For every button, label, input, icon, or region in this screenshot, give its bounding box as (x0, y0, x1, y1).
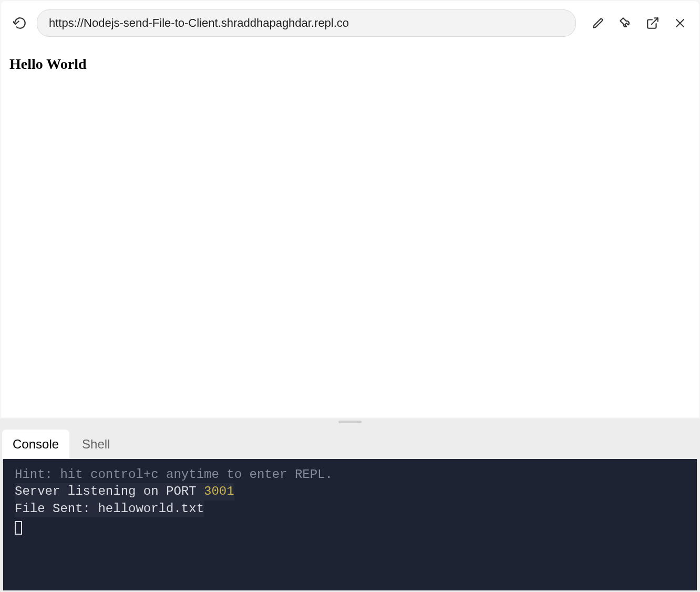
resize-grip-icon (338, 421, 362, 423)
close-icon (674, 17, 686, 29)
page-body-text: Hello World (9, 56, 691, 73)
tab-console[interactable]: Console (2, 430, 69, 459)
reload-button[interactable] (12, 15, 28, 32)
external-link-icon (646, 16, 660, 30)
console-hint-line: Hint: hit control+c anytime to enter REP… (15, 466, 685, 483)
reload-icon (13, 16, 27, 30)
toolbar-right-icons (590, 15, 688, 32)
console-cursor-line (15, 517, 685, 534)
close-button[interactable] (672, 15, 688, 32)
edit-button[interactable] (590, 15, 606, 32)
svg-line-0 (652, 18, 658, 24)
browser-toolbar (1, 1, 699, 45)
browser-panel: Hello World (1, 1, 699, 417)
bottom-tabs: Console Shell (0, 425, 700, 459)
bottom-panel: Console Shell Hint: hit control+c anytim… (0, 425, 700, 592)
console-line: Server listening on PORT 3001 (15, 483, 685, 500)
console-text: File Sent: helloworld.txt (15, 501, 204, 517)
tools-button[interactable] (617, 15, 634, 32)
pencil-icon (591, 16, 605, 30)
console-line: File Sent: helloworld.txt (15, 501, 685, 517)
url-input[interactable] (37, 9, 576, 37)
cursor-icon (15, 521, 22, 535)
tab-shell[interactable]: Shell (71, 430, 120, 459)
wrench-icon (619, 16, 632, 30)
console-port-number: 3001 (204, 484, 234, 498)
panel-resize-handle[interactable] (0, 419, 700, 425)
console-output[interactable]: Hint: hit control+c anytime to enter REP… (3, 459, 697, 590)
page-content-area: Hello World (1, 45, 699, 417)
open-new-tab-button[interactable] (644, 15, 661, 32)
console-text: Server listening on PORT (15, 484, 204, 498)
